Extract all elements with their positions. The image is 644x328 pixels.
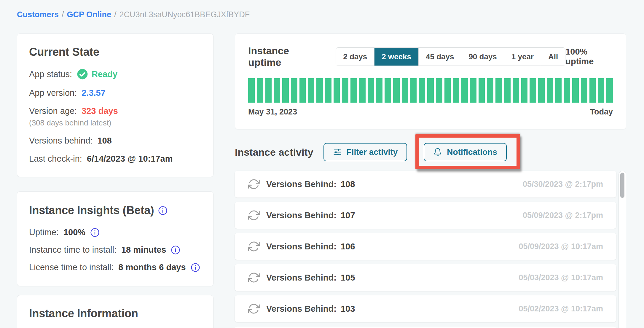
uptime-bar	[274, 78, 280, 103]
current-state-card: Current State App status: Ready App vers…	[17, 34, 213, 177]
activity-list-item-partial[interactable]	[235, 327, 616, 328]
range-tab-45-days[interactable]: 45 days	[418, 48, 461, 66]
bell-icon	[433, 148, 442, 157]
uptime-bar	[589, 78, 596, 103]
notifications-label: Notifications	[447, 147, 497, 157]
uptime-summary: 100% uptime	[565, 47, 613, 66]
sync-icon	[248, 272, 260, 284]
versions-behind-label: Versions behind:	[29, 136, 93, 146]
current-state-title: Current State	[29, 46, 201, 58]
uptime-bar	[495, 78, 502, 103]
info-icon[interactable]	[90, 228, 100, 237]
activity-list-item[interactable]: Versions Behind: 107 05/09/2023 @ 2:17pm	[235, 202, 616, 229]
uptime-bar	[334, 78, 340, 103]
filter-activity-label: Filter activity	[347, 147, 398, 157]
uptime-bar	[265, 78, 272, 103]
uptime-bar	[513, 78, 519, 103]
uptime-bar	[393, 78, 400, 103]
uptime-label: Uptime:	[29, 227, 59, 237]
activity-row-timestamp: 05/09/2023 @ 10:17am	[519, 242, 603, 251]
range-tab-2-weeks[interactable]: 2 weeks	[374, 48, 418, 66]
activity-scrollbar-track[interactable]	[619, 171, 626, 328]
uptime-bar	[410, 78, 417, 103]
range-tab-90-days[interactable]: 90 days	[461, 48, 504, 66]
info-icon[interactable]	[158, 206, 168, 215]
activity-list-item[interactable]: Versions Behind: 103 05/02/2023 @ 10:17a…	[235, 295, 616, 322]
activity-row-value: 103	[341, 304, 355, 314]
breadcrumb-link-gcp-online[interactable]: GCP Online	[67, 10, 111, 19]
uptime-bar	[555, 78, 562, 103]
instance-uptime-title: Instance uptime	[248, 45, 317, 68]
instance-activity-header: Instance activity Filter activity	[235, 142, 626, 162]
breadcrumb: Customers/GCP Online/2CU3nL3saUNyoc61BBE…	[0, 0, 644, 19]
check-circle-icon	[77, 69, 88, 80]
page: Customers/GCP Online/2CU3nL3saUNyoc61BBE…	[0, 0, 644, 328]
activity-row-value: 106	[341, 242, 355, 251]
uptime-bar	[479, 78, 485, 103]
uptime-bar	[436, 78, 442, 103]
range-tab-2-days[interactable]: 2 days	[336, 48, 374, 66]
notifications-button-wrap: Notifications	[424, 143, 507, 161]
instance-information-card: Instance Information	[17, 295, 213, 328]
uptime-bar	[581, 78, 587, 103]
notifications-button[interactable]: Notifications	[424, 143, 507, 161]
activity-row-timestamp: 05/03/2023 @ 10:17am	[519, 273, 603, 282]
license-time-to-install-row: License time to install: 8 months 6 days	[29, 262, 201, 272]
app-version-value: 2.3.57	[82, 88, 106, 98]
uptime-bar	[308, 78, 314, 103]
app-status-label: App status:	[29, 69, 72, 79]
last-checkin-label: Last check-in:	[29, 154, 82, 164]
activity-row-value: 105	[341, 273, 355, 283]
instance-information-title: Instance Information	[29, 307, 201, 320]
app-version-label: App version:	[29, 88, 77, 98]
filter-activity-button[interactable]: Filter activity	[323, 143, 407, 161]
activity-row-value: 108	[341, 179, 355, 189]
instance-insights-card: Instance Insights (Beta) Uptime: 100%	[17, 191, 213, 286]
uptime-bar	[487, 78, 493, 103]
version-age-value: 323 days	[82, 106, 118, 116]
version-age-label: Version age:	[29, 106, 77, 116]
breadcrumb-separator: /	[111, 10, 119, 19]
activity-list-item[interactable]: Versions Behind: 106 05/09/2023 @ 10:17a…	[235, 233, 616, 260]
uptime-bar	[504, 78, 511, 103]
activity-row-timestamp: 05/09/2023 @ 2:17pm	[523, 211, 603, 220]
activity-area: Versions Behind: 108 05/30/2023 @ 2:17pm…	[235, 171, 626, 328]
uptime-bar	[359, 78, 366, 103]
instance-time-to-install-label: Instance time to install:	[29, 245, 117, 255]
uptime-bar	[350, 78, 357, 103]
activity-row-label: Versions Behind:	[266, 211, 337, 220]
breadcrumb-link-customers[interactable]: Customers	[17, 10, 59, 19]
uptime-bar	[444, 78, 451, 103]
activity-list-item[interactable]: Versions Behind: 108 05/30/2023 @ 2:17pm	[235, 171, 616, 198]
activity-row-timestamp: 05/30/2023 @ 2:17pm	[523, 180, 603, 189]
uptime-bar-chart	[248, 78, 613, 103]
instance-activity-title: Instance activity	[235, 147, 313, 158]
info-icon[interactable]	[191, 263, 200, 272]
left-column: Current State App status: Ready App vers…	[17, 34, 213, 328]
activity-row-label: Versions Behind:	[266, 304, 337, 314]
last-checkin-row: Last check-in: 6/14/2023 @ 10:17am	[29, 154, 201, 164]
uptime-bar	[385, 78, 391, 103]
license-time-to-install-value: 8 months 6 days	[118, 262, 186, 272]
uptime-bar	[547, 78, 553, 103]
app-status-row: App status: Ready	[29, 69, 201, 80]
instance-time-to-install-row: Instance time to install: 18 minutes	[29, 245, 201, 255]
instance-time-to-install-value: 18 minutes	[121, 245, 166, 255]
instance-insights-title: Instance Insights (Beta)	[29, 204, 154, 217]
activity-scrollbar-thumb[interactable]	[620, 173, 624, 198]
range-tab-all[interactable]: All	[541, 48, 565, 66]
license-time-to-install-label: License time to install:	[29, 262, 114, 272]
versions-behind-row: Versions behind: 108	[29, 136, 201, 146]
versions-behind-value: 108	[97, 136, 111, 146]
sync-icon	[248, 241, 260, 252]
uptime-bar	[538, 78, 545, 103]
uptime-bar	[572, 78, 579, 103]
sync-icon	[248, 209, 260, 221]
activity-list-item[interactable]: Versions Behind: 105 05/03/2023 @ 10:17a…	[235, 264, 616, 291]
chart-start-label: May 31, 2023	[248, 107, 297, 117]
info-icon[interactable]	[171, 245, 180, 255]
instance-uptime-card: Instance uptime 2 days2 weeks45 days90 d…	[235, 34, 626, 129]
range-tab-1-year[interactable]: 1 year	[504, 48, 541, 66]
uptime-bar	[427, 78, 434, 103]
uptime-bar	[402, 78, 408, 103]
